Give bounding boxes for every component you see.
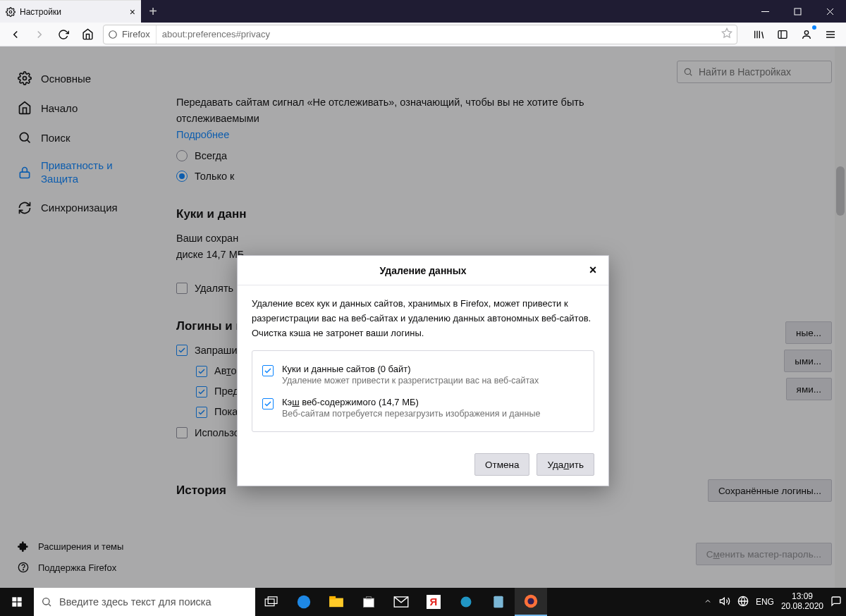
option-label: Кэш веб-содержимого (14,7 МБ) xyxy=(282,397,540,407)
dialog-footer: Отмена Удалить xyxy=(238,443,608,486)
option-label: Куки и данные сайтов (0 байт) xyxy=(282,364,539,374)
forward-button[interactable] xyxy=(28,24,51,45)
taskbar-app-store[interactable] xyxy=(352,588,385,616)
taskbar-app-firefox[interactable] xyxy=(515,588,547,616)
svg-point-0 xyxy=(9,11,12,13)
tray-network-icon[interactable] xyxy=(737,596,749,609)
svg-rect-14 xyxy=(12,603,16,607)
gear-icon xyxy=(6,7,16,17)
tray-language[interactable]: ENG xyxy=(756,597,774,607)
preferences-page: Основные Начало Поиск Приватность и Защи… xyxy=(0,47,846,588)
url-bar[interactable]: Firefox about:preferences#privacy xyxy=(103,25,737,44)
svg-rect-22 xyxy=(364,598,374,608)
svg-point-27 xyxy=(461,597,472,608)
checkbox-icon xyxy=(262,398,274,409)
svg-point-16 xyxy=(43,598,49,605)
svg-rect-17 xyxy=(265,599,274,606)
firefox-logo-icon xyxy=(108,30,118,39)
taskbar-app-explorer[interactable] xyxy=(320,588,352,616)
svg-rect-18 xyxy=(268,597,277,604)
tray-clock[interactable]: 13:09 20.08.2020 xyxy=(781,592,823,612)
checkbox-icon xyxy=(262,365,274,376)
dialog-title: Удаление данных xyxy=(379,265,466,276)
svg-rect-21 xyxy=(329,596,336,600)
reload-button[interactable] xyxy=(52,24,75,45)
svg-point-5 xyxy=(804,30,808,34)
option-sublabel: Удаление может привести к разрегистрации… xyxy=(282,376,539,386)
new-tab-button[interactable]: + xyxy=(141,0,165,23)
dialog-header: Удаление данных × xyxy=(238,256,608,285)
window-maximize-button[interactable] xyxy=(781,0,814,23)
tray-notifications-icon[interactable] xyxy=(830,596,842,609)
identity-box[interactable]: Firefox xyxy=(108,25,157,44)
svg-rect-15 xyxy=(18,603,22,607)
tab-close-icon[interactable]: × xyxy=(130,6,135,18)
clear-data-dialog: Удаление данных × Удаление всех кук и да… xyxy=(237,255,609,486)
svg-marker-3 xyxy=(722,28,731,37)
taskbar-app-edge[interactable] xyxy=(288,588,320,616)
taskbar-app-generic2[interactable] xyxy=(482,588,515,616)
cancel-button[interactable]: Отмена xyxy=(474,453,529,476)
svg-rect-12 xyxy=(12,597,16,601)
taskbar-search-input[interactable]: Введите здесь текст для поиска xyxy=(34,588,255,616)
browser-tab[interactable]: Настройки × xyxy=(0,0,141,23)
library-button[interactable] xyxy=(747,24,770,45)
tray-volume-icon[interactable] xyxy=(719,596,730,609)
svg-rect-20 xyxy=(329,598,343,608)
tray-overflow-icon[interactable] xyxy=(704,597,712,608)
svg-text:Я: Я xyxy=(430,596,438,608)
taskbar-app-generic1[interactable] xyxy=(450,588,482,616)
svg-point-2 xyxy=(109,30,117,38)
windows-taskbar: Введите здесь текст для поиска Я ENG 13:… xyxy=(0,588,846,616)
window-titlebar: Настройки × + xyxy=(0,0,846,23)
app-menu-button[interactable] xyxy=(819,24,842,45)
dialog-options: Куки и данные сайтов (0 байт) Удаление м… xyxy=(252,350,594,432)
identity-label: Firefox xyxy=(122,29,150,39)
svg-rect-4 xyxy=(778,30,787,38)
start-button[interactable] xyxy=(0,588,34,616)
url-text: about:preferences#privacy xyxy=(162,29,716,39)
home-button[interactable] xyxy=(76,24,99,45)
search-icon xyxy=(41,596,52,608)
search-placeholder: Введите здесь текст для поиска xyxy=(59,596,212,608)
clear-button[interactable]: Удалить xyxy=(537,453,594,476)
svg-marker-31 xyxy=(720,598,724,604)
option-sublabel: Веб-сайтам потребуется перезагрузить изо… xyxy=(282,409,540,419)
svg-rect-13 xyxy=(18,597,22,601)
svg-rect-28 xyxy=(494,596,503,608)
taskbar-app-yandex[interactable]: Я xyxy=(417,588,450,616)
back-button[interactable] xyxy=(4,24,27,45)
tab-title: Настройки xyxy=(20,7,61,17)
window-minimize-button[interactable] xyxy=(749,0,781,23)
svg-point-30 xyxy=(527,598,534,604)
sidebar-button[interactable] xyxy=(771,24,794,45)
system-tray: ENG 13:09 20.08.2020 xyxy=(704,592,846,612)
bookmark-star-icon[interactable] xyxy=(721,27,732,41)
dialog-close-button[interactable]: × xyxy=(584,261,601,278)
cache-option[interactable]: Кэш веб-содержимого (14,7 МБ) Веб-сайтам… xyxy=(262,391,584,424)
task-view-button[interactable] xyxy=(255,588,288,616)
browser-toolbar: Firefox about:preferences#privacy xyxy=(0,23,846,47)
dialog-description: Удаление всех кук и данных сайтов, храни… xyxy=(252,297,594,340)
cookies-option[interactable]: Куки и данные сайтов (0 байт) Удаление м… xyxy=(262,358,584,391)
svg-rect-1 xyxy=(795,8,801,15)
window-close-button[interactable] xyxy=(814,0,846,23)
taskbar-app-mail[interactable] xyxy=(385,588,417,616)
account-button[interactable] xyxy=(795,24,818,45)
svg-point-19 xyxy=(298,596,310,608)
